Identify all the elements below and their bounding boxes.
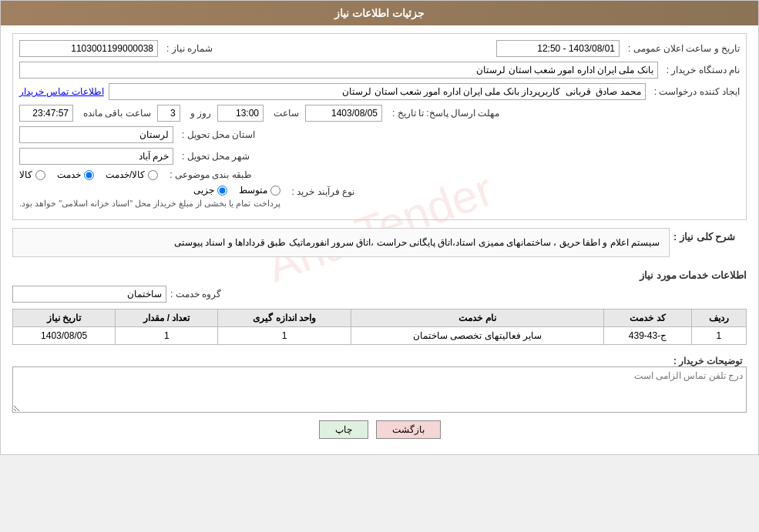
radio-khedmat-input[interactable] <box>84 170 94 180</box>
page-header: جزئیات اطلاعات نیاز <box>1 1 758 25</box>
back-button[interactable]: بازگشت <box>376 420 441 439</box>
no-farayand-label: نوع فرآیند خرید : <box>288 185 365 197</box>
sharh-box: سیستم اعلام و اطفا حریق ، ساختمانهای ممی… <box>12 228 670 257</box>
nam-dastgah-label: نام دستگاه خریدار : <box>663 65 740 75</box>
radio-motawaset[interactable]: متوسط <box>239 185 280 196</box>
description-label: توضیحات خریدار : <box>670 353 747 366</box>
radio-kala-khedmat-label: کالا/خدمت <box>106 169 145 180</box>
radio-kala-label: کالا <box>19 169 32 180</box>
radio-khedmat-label: خدمت <box>57 169 81 180</box>
shahr-label: شهر محل تحویل : <box>178 151 255 162</box>
print-button[interactable]: چاپ <box>319 420 368 439</box>
radio-jozee-label: جزیی <box>193 185 214 196</box>
saat-label: ساعت <box>270 108 299 119</box>
radio-kala-input[interactable] <box>35 170 45 180</box>
col-count: تعداد / مقدار <box>116 309 218 327</box>
grooh-label: گروه خدمت : <box>166 289 243 299</box>
description-textarea[interactable] <box>12 366 747 413</box>
radio-jozee[interactable]: جزیی <box>193 185 227 196</box>
nam-dastgah-input[interactable] <box>19 62 658 79</box>
shahr-input[interactable] <box>19 148 173 165</box>
radio-khedmat[interactable]: خدمت <box>57 169 94 180</box>
cell-name: سایر فعالیتهای تخصصی ساختمان <box>351 327 603 345</box>
cell-unit: 1 <box>218 327 351 345</box>
rooz-label: روز و <box>186 108 211 119</box>
col-name: نام خدمت <box>351 309 603 327</box>
sharh-value: سیستم اعلام و اطفا حریق ، ساختمانهای ممی… <box>174 237 660 248</box>
rooz-input[interactable] <box>157 105 180 122</box>
ostan-label: استان محل تحویل : <box>178 129 255 140</box>
creator-label: ایجاد کننده درخواست : <box>650 86 740 97</box>
tarikh-elam-input[interactable] <box>496 40 620 57</box>
sharh-label: شرح کلی نیاز : <box>670 228 747 243</box>
shomara-niaz-input[interactable] <box>19 40 158 57</box>
table-row: 1 ج-43-439 سایر فعالیتهای تخصصی ساختمان … <box>13 327 747 345</box>
radio-motawaset-label: متوسط <box>239 185 267 196</box>
radio-kala-khedmat-input[interactable] <box>148 170 158 180</box>
cell-date: 1403/08/05 <box>13 327 116 345</box>
contact-link[interactable]: اطلاعات تماس خریدار <box>19 86 104 97</box>
ostan-input[interactable] <box>19 126 173 143</box>
services-table: ردیف کد خدمت نام خدمت واحد اندازه گیری ت… <box>12 309 747 345</box>
mohlat-label: مهلت ارسال پاسخ: تا تاریخ : <box>388 108 499 119</box>
radio-kala-khedmat[interactable]: کالا/خدمت <box>106 169 158 180</box>
grooh-input[interactable] <box>12 286 166 303</box>
tarikh-elam-label: تاریخ و ساعت اعلان عمومی : <box>624 43 740 54</box>
mohlat-tarikh-input[interactable] <box>305 105 382 122</box>
cell-count: 1 <box>116 327 218 345</box>
button-row: بازگشت چاپ <box>12 420 747 439</box>
col-kod: کد خدمت <box>604 309 692 327</box>
saat-input[interactable] <box>217 105 264 122</box>
radio-motawaset-input[interactable] <box>270 186 280 196</box>
shomara-niaz-label: شماره نیاز : <box>163 43 240 54</box>
remaining-input <box>19 105 73 122</box>
farayand-description: پرداخت تمام یا بخشی از مبلغ خریداز محل "… <box>19 199 280 209</box>
cell-kod: ج-43-439 <box>604 327 692 345</box>
tabaqe-label: طبقه بندی موضوعی : <box>166 169 251 180</box>
cell-radif: 1 <box>691 327 746 345</box>
radio-jozee-input[interactable] <box>217 186 227 196</box>
col-radif: ردیف <box>691 309 746 327</box>
remaining-label: ساعت باقی مانده <box>79 108 151 119</box>
services-title: اطلاعات خدمات مورد نیاز <box>12 269 747 281</box>
col-date: تاریخ نیاز <box>13 309 116 327</box>
radio-kala[interactable]: کالا <box>19 169 45 180</box>
creator-input <box>109 83 646 100</box>
col-unit: واحد اندازه گیری <box>218 309 351 327</box>
